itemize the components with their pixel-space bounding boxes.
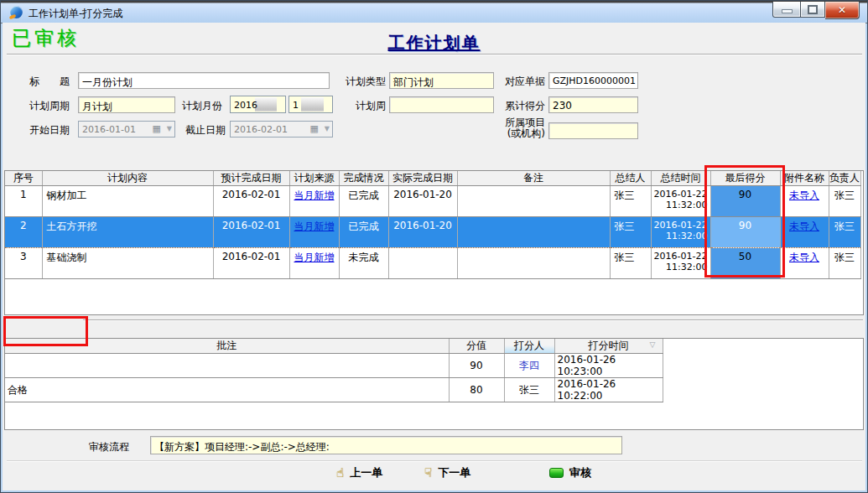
application-window: 工作计划单-打分完成 ✕ 已审核 工作计划单 标 题 一月份计划 计划类型 部门…: [0, 0, 868, 493]
cell-final-score: 90: [710, 186, 780, 217]
score-row[interactable]: 合格 80 张三 2016-01-26 10:22:00: [5, 378, 663, 402]
table-row-selected[interactable]: 2 土石方开挖 2016-02-01 当月新增 已完成 2016-01-20 张…: [5, 217, 860, 248]
audit-button[interactable]: 审核: [549, 465, 591, 480]
cell-content: 基础浇制: [42, 248, 213, 279]
attachment-link[interactable]: 未导入: [789, 221, 819, 232]
col-header-no[interactable]: 序号: [5, 171, 42, 186]
source-link[interactable]: 当月新增: [294, 252, 335, 263]
close-button[interactable]: ✕: [825, 2, 860, 19]
score-row[interactable]: 90 李四 2016-01-26 10:23:00: [5, 354, 663, 378]
col-header-owner[interactable]: 负责人: [829, 171, 860, 186]
close-icon: ✕: [838, 5, 846, 15]
cell-actual-date: 2016-01-20: [388, 217, 457, 248]
cell-summarizer: 张三: [610, 217, 651, 248]
previous-order-label: 上一单: [350, 465, 382, 480]
doc-no-field[interactable]: GZJHD160000001: [548, 72, 638, 89]
start-date-label: 开始日期: [29, 123, 70, 138]
end-date-label: 截止日期: [185, 123, 226, 138]
review-flow-label: 审核流程: [89, 440, 129, 454]
col-header-status[interactable]: 完成情况: [339, 171, 388, 186]
cell-no: 1: [5, 186, 42, 217]
footer-divider: [7, 460, 862, 461]
sort-desc-triangle-icon[interactable]: ▽: [650, 340, 656, 349]
client-area: 已审核 工作计划单 标 题 一月份计划 计划类型 部门计划 对应单据 GZJHD…: [3, 23, 865, 490]
col-header-score-time[interactable]: 打分时间 ▽: [554, 339, 663, 354]
col-header-summarizer[interactable]: 总结人: [610, 171, 651, 186]
plan-type-field[interactable]: 部门计划: [389, 72, 494, 89]
app-logo-icon: [10, 6, 23, 18]
green-badge-icon: [549, 468, 564, 478]
col-header-scorer[interactable]: 打分人: [504, 339, 554, 354]
col-header-final-score[interactable]: 最后得分: [710, 171, 780, 186]
score-section-divider: [83, 319, 863, 320]
spinner-track: [255, 97, 277, 112]
plan-cycle-field[interactable]: 月计划: [78, 96, 175, 113]
plan-year-value: 2016: [234, 100, 257, 111]
col-header-source[interactable]: 计划来源: [289, 171, 339, 186]
plan-year-spinner[interactable]: 2016: [230, 96, 286, 113]
cell-content: 土石方开挖: [42, 217, 213, 248]
col-header-actual-date[interactable]: 实际完成日期: [388, 171, 457, 186]
minimize-button[interactable]: [772, 2, 801, 18]
cell-summarizer: 张三: [610, 186, 651, 217]
cell-score-time: 2016-01-26 10:23:00: [554, 354, 663, 378]
attachment-link[interactable]: 未导入: [789, 252, 819, 263]
cell-actual-date: [388, 248, 457, 279]
previous-order-button[interactable]: ☝ 上一单: [336, 465, 382, 480]
col-header-expected-date[interactable]: 预计完成日期: [213, 171, 289, 186]
attachment-link[interactable]: 未导入: [789, 189, 819, 201]
table-row[interactable]: 1 钢材加工 2016-02-01 当月新增 已完成 2016-01-20 张三…: [5, 186, 860, 217]
score-header-row: 批注 分值 打分人 打分时间 ▽: [5, 339, 663, 354]
cell-content: 钢材加工: [42, 186, 213, 217]
plan-table-panel: 序号 计划内容 预计完成日期 计划来源 完成情况 实际完成日期 备注 总结人 总…: [4, 170, 864, 315]
plan-month-value: 1: [293, 100, 299, 111]
minimize-icon: [782, 9, 793, 13]
source-link[interactable]: 当月新增: [294, 221, 335, 232]
cell-remark: [457, 248, 610, 279]
cell-score-time: 2016-01-26 10:22:00: [554, 378, 663, 402]
score-table: 批注 分值 打分人 打分时间 ▽ 90 李四 2016-01-26: [5, 339, 663, 402]
total-score-field[interactable]: 230: [548, 96, 638, 113]
cell-summarizer: 张三: [610, 248, 651, 279]
plan-month-label: 计划月份: [182, 99, 222, 113]
doc-no-label: 对应单据: [502, 75, 545, 89]
project-field[interactable]: [548, 122, 638, 139]
col-header-summary-time[interactable]: 总结时间: [651, 171, 710, 186]
cell-owner: 张三: [829, 217, 860, 248]
title-bar[interactable]: 工作计划单-打分完成 ✕: [1, 1, 867, 23]
col-header-content[interactable]: 计划内容: [42, 171, 213, 186]
cell-summary-time: 2016-01-22 11:32:00: [651, 186, 710, 217]
plan-table: 序号 计划内容 预计完成日期 计划来源 完成情况 实际完成日期 备注 总结人 总…: [5, 171, 861, 279]
col-header-comment[interactable]: 批注: [5, 339, 449, 354]
plan-week-field[interactable]: [389, 96, 494, 113]
cell-actual-date: 2016-01-20: [388, 186, 457, 217]
total-score-label: 累计得分: [502, 99, 545, 113]
plan-table-header-row: 序号 计划内容 预计完成日期 计划来源 完成情况 实际完成日期 备注 总结人 总…: [5, 171, 860, 186]
maximize-button[interactable]: [801, 2, 825, 18]
form-title: 工作计划单: [3, 32, 865, 54]
score-panel: 批注 分值 打分人 打分时间 ▽ 90 李四 2016-01-26: [4, 338, 864, 430]
cell-status: 已完成: [339, 186, 388, 217]
calendar-icon: ▦: [310, 123, 319, 134]
cell-final-score: 50: [710, 248, 780, 279]
window-title: 工作计划单-打分完成: [29, 7, 122, 21]
end-date-picker[interactable]: 2016-02-01 ▦ ▼: [230, 121, 333, 138]
cell-summary-time: 2016-01-22 11:32:00: [651, 248, 710, 279]
next-order-button[interactable]: ☟ 下一单: [424, 465, 470, 480]
table-row[interactable]: 3 基础浇制 2016-02-01 当月新增 未完成 张三 2016-01-22…: [5, 248, 860, 279]
start-date-picker[interactable]: 2016-01-01 ▦ ▼: [78, 121, 175, 138]
cell-comment: 合格: [5, 378, 449, 402]
cell-remark: [457, 217, 610, 248]
header-divider: [7, 54, 862, 54]
cell-expected-date: 2016-02-01: [213, 248, 289, 279]
source-link[interactable]: 当月新增: [294, 189, 335, 201]
title-field[interactable]: 一月份计划: [78, 72, 330, 89]
review-flow-field[interactable]: 【新方案】项目经理:->副总:->总经理:: [150, 436, 622, 454]
plan-month-spinner[interactable]: 1: [288, 96, 333, 113]
cell-owner: 张三: [829, 248, 860, 279]
col-header-score[interactable]: 分值: [449, 339, 504, 354]
col-header-attachment[interactable]: 附件名称: [780, 171, 829, 186]
cell-final-score: 90: [710, 217, 780, 248]
col-header-remark[interactable]: 备注: [457, 171, 610, 186]
cell-owner: 张三: [829, 186, 860, 217]
